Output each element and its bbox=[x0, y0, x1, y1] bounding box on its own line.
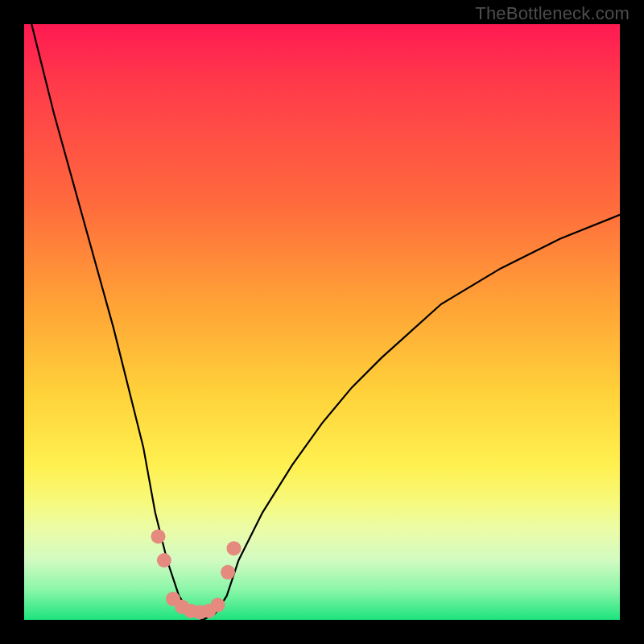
plot-area bbox=[24, 24, 620, 620]
watermark-text: TheBottleneck.com bbox=[475, 3, 630, 24]
heat-gradient-background bbox=[24, 24, 620, 620]
chart-frame: TheBottleneck.com bbox=[0, 0, 644, 644]
